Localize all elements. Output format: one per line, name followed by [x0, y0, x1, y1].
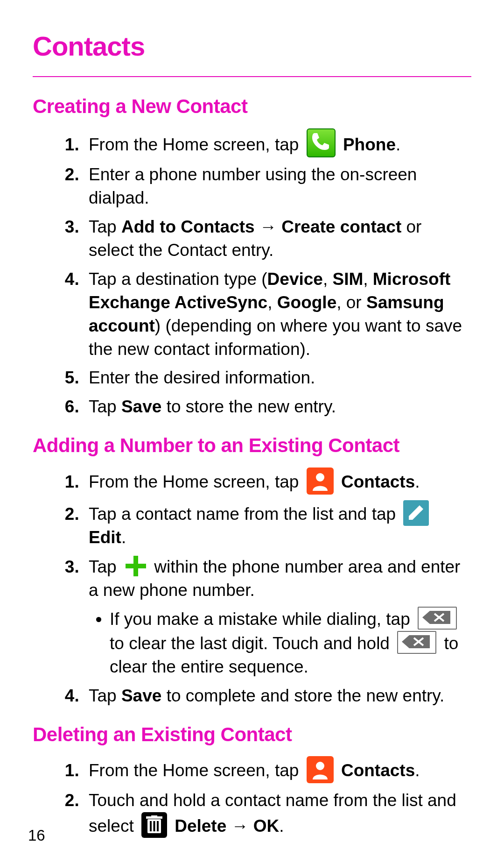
step-text: ,	[323, 269, 333, 289]
manual-page: Contacts Creating a New Contact From the…	[0, 0, 504, 857]
step-text: Tap	[89, 557, 121, 576]
step-text: ,	[267, 293, 277, 312]
steps-adding: From the Home screen, tap Contacts. Tap …	[33, 467, 471, 708]
backspace-icon	[397, 631, 436, 654]
steps-creating: From the Home screen, tap Phone. Enter a…	[33, 128, 471, 418]
step-bold: Edit	[89, 528, 121, 547]
step-text: Tap a contact name from the list and tap	[89, 504, 400, 524]
backspace-icon	[418, 607, 457, 630]
substep-text: to clear the last digit. Touch and hold	[110, 634, 394, 653]
step-text: From the Home screen, tap	[89, 472, 304, 491]
step-bold: Save	[121, 397, 161, 416]
step-text: ,	[363, 269, 373, 289]
page-title: Contacts	[33, 28, 471, 64]
step-bold: Delete → OK	[175, 816, 279, 836]
step-text: , or	[336, 293, 366, 312]
step-text: Enter the desired information.	[89, 368, 315, 387]
step-bold: Contacts	[341, 472, 415, 491]
plus-icon	[124, 555, 147, 577]
step: Enter a phone number using the on-screen…	[84, 163, 471, 210]
step-bold: Add to Contacts → Create contact	[121, 217, 401, 236]
substeps: If you make a mistake while dialing, tap…	[89, 607, 471, 679]
step-text: .	[396, 135, 400, 154]
section-heading-creating: Creating a New Contact	[33, 93, 471, 120]
step-bold: Phone	[343, 135, 396, 154]
step-text: From the Home screen, tap	[89, 761, 304, 780]
step-bold: Device	[267, 269, 323, 289]
step: Tap Add to Contacts → Create contact or …	[84, 215, 471, 262]
step: From the Home screen, tap Contacts.	[84, 756, 471, 783]
step: Enter the desired information.	[84, 366, 471, 390]
step-text: .	[279, 816, 284, 836]
title-divider	[33, 76, 471, 77]
step-text: .	[415, 761, 420, 780]
step-text: Tap	[89, 686, 121, 705]
step-text: Enter a phone number using the on-screen…	[89, 165, 417, 207]
phone-icon	[307, 128, 336, 157]
section-heading-deleting: Deleting an Existing Contact	[33, 722, 471, 748]
step-text: to store the new entry.	[161, 397, 336, 416]
step-text: .	[121, 528, 126, 547]
contacts-icon	[307, 467, 334, 495]
step-bold: SIM	[332, 269, 363, 289]
section-heading-adding: Adding a Number to an Existing Contact	[33, 432, 471, 459]
steps-deleting: From the Home screen, tap Contacts. Touc…	[33, 756, 471, 838]
step: Tap Save to complete and store the new e…	[84, 684, 471, 708]
step: From the Home screen, tap Phone.	[84, 128, 471, 157]
substep: If you make a mistake while dialing, tap…	[110, 607, 471, 679]
step-text: Tap a destination type (	[89, 269, 267, 289]
step: From the Home screen, tap Contacts.	[84, 467, 471, 495]
step-text: Tap	[89, 397, 121, 416]
step-bold: Google	[277, 293, 336, 312]
step-text: From the Home screen, tap	[89, 135, 304, 154]
step-text: Tap	[89, 217, 121, 236]
step: Tap a destination type (Device, SIM, Mic…	[84, 268, 471, 361]
step: Tap a contact name from the list and tap…	[84, 500, 471, 549]
step-bold: Save	[121, 686, 161, 705]
contacts-icon	[307, 756, 334, 783]
edit-icon	[403, 500, 429, 526]
step-bold: Contacts	[341, 761, 415, 780]
trash-icon	[141, 812, 167, 838]
step-text: .	[415, 472, 420, 491]
step: Tap Save to store the new entry.	[84, 395, 471, 418]
step-text: to complete and store the new entry.	[161, 686, 444, 705]
substep-text: If you make a mistake while dialing, tap	[110, 609, 415, 629]
step: Tap within the phone number area and ent…	[84, 555, 471, 679]
step: Touch and hold a contact name from the l…	[84, 789, 471, 838]
page-number: 16	[28, 825, 45, 846]
